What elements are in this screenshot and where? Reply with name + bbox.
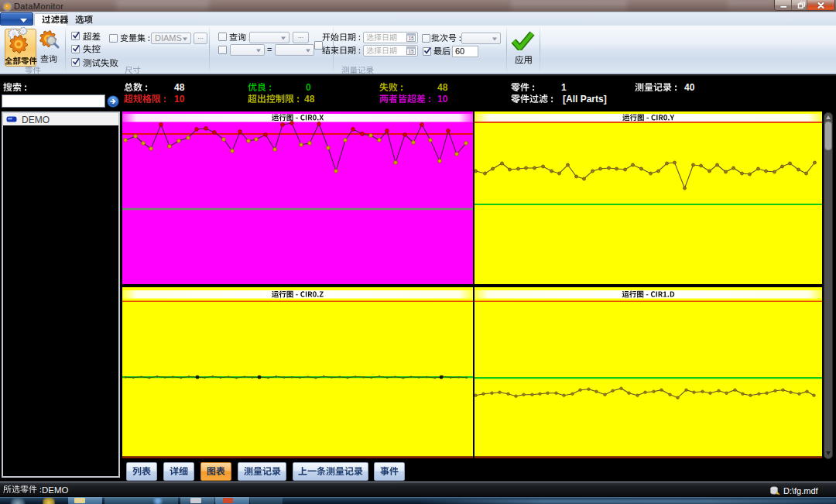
svg-text:15: 15 (408, 36, 414, 41)
svg-text:15: 15 (408, 49, 414, 54)
